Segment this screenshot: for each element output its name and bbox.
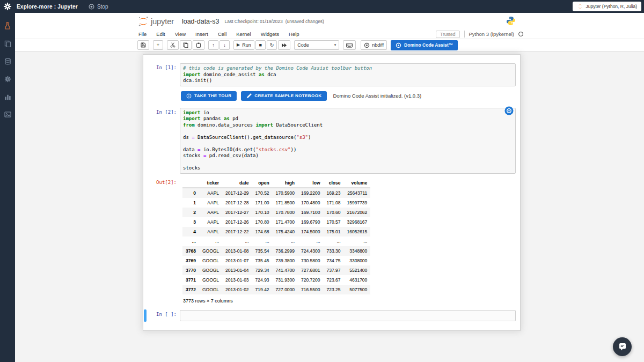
- take-the-tour-button[interactable]: TAKE THE TOUR: [181, 91, 237, 101]
- domino-logo-icon[interactable]: [3, 2, 12, 11]
- python-logo-icon: [506, 16, 516, 26]
- table-row: 3AAPL2017-12-26170.80171.4700169.6790170…: [182, 217, 370, 227]
- table-row: 3770GOOGL2013-01-04729.34741.4700727.680…: [182, 265, 370, 275]
- table-row: 4AAPL2017-12-22174.68175.4240174.5000175…: [182, 227, 370, 237]
- project-breadcrumb: Explore-more : Jupyter: [17, 4, 78, 10]
- domino-topbar: Explore-more : Jupyter Stop Jupyter (Pyt…: [0, 0, 644, 13]
- sample-label: CREATE SAMPLE NOTEBOOK: [254, 93, 321, 98]
- stop-label: Stop: [97, 4, 108, 10]
- table-row: 1AAPL2017-12-28171.00171.8500170.4800171…: [182, 198, 370, 208]
- stop-square-icon: ■: [259, 43, 261, 48]
- dca-ring-icon: [396, 42, 401, 48]
- domino-sidebar: [0, 13, 15, 362]
- command-palette-button[interactable]: [343, 40, 356, 50]
- sidebar-item-metrics[interactable]: [3, 92, 12, 101]
- table-row: 3772GOOGL2013-01-02719.42727.0000716.550…: [182, 285, 370, 294]
- pencil-icon: [246, 93, 252, 99]
- cut-cell-button[interactable]: [167, 40, 179, 50]
- checkpoint-status: Last Checkpoint: 01/19/2023: [224, 19, 282, 24]
- menu-edit[interactable]: Edit: [151, 31, 170, 37]
- output-prompt-spacer: [148, 91, 180, 101]
- jupyter-logo[interactable]: jupyter: [137, 16, 174, 27]
- cell-2-output: Out[2]: tickerdateopenhighlowclosevolume…: [148, 178, 516, 304]
- cell-type-value: Code: [297, 42, 309, 48]
- dataframe-output: tickerdateopenhighlowclosevolume0AAPL201…: [182, 178, 370, 304]
- cell-type-dropdown[interactable]: Code ▾: [294, 40, 339, 50]
- copy-files-icon: [4, 40, 11, 47]
- move-cell-down-button[interactable]: ↓: [219, 40, 230, 50]
- code-input-1[interactable]: # this code is generated by the Domino C…: [180, 63, 516, 86]
- arrow-down-icon: ↓: [223, 43, 226, 48]
- menu-view[interactable]: View: [170, 31, 191, 37]
- workspace-switcher-button[interactable]: Jupyter (Python, R, Julia): [573, 2, 641, 11]
- table-row: 0AAPL2017-12-29170.52170.5900169.2200169…: [182, 188, 370, 198]
- dca-assist-bubble[interactable]: [504, 106, 514, 115]
- sidebar-item-data[interactable]: [3, 56, 12, 66]
- unsaved-changes-status: (unsaved changes): [286, 19, 324, 24]
- code-line: from domino.data_sources import DataSour…: [183, 122, 513, 129]
- add-cell-button[interactable]: +: [153, 40, 163, 50]
- code-cell-1: In [1]: # this code is generated by the …: [148, 63, 516, 86]
- plus-icon: +: [157, 43, 159, 48]
- code-line: [183, 128, 513, 135]
- kernel-name-label: Python 3 (ipykernel): [469, 31, 514, 37]
- save-button[interactable]: [137, 40, 149, 50]
- kernel-idle-indicator-icon: [518, 32, 523, 36]
- help-chat-button[interactable]: [613, 337, 632, 356]
- restart-icon: ↻: [270, 43, 274, 48]
- chat-bubble-icon: [618, 343, 627, 351]
- nbdiff-button[interactable]: nbdiff: [361, 40, 387, 50]
- play-icon: ▶: [237, 43, 240, 47]
- floppy-icon: [141, 42, 146, 48]
- sidebar-item-files[interactable]: [3, 39, 12, 48]
- arrow-up-icon: ↑: [212, 43, 215, 48]
- paste-cell-button[interactable]: [193, 40, 204, 50]
- sidebar-item-workspaces[interactable]: [3, 21, 12, 31]
- table-row: ........................: [182, 237, 370, 246]
- database-icon: [4, 58, 11, 65]
- restart-kernel-button[interactable]: ↻: [267, 40, 277, 50]
- cell-1-output: TAKE THE TOUR CREATE SAMPLE NOTEBOOK Dom…: [148, 91, 516, 101]
- notebook-title[interactable]: load-data-s3: [182, 18, 219, 25]
- info-icon: [186, 93, 192, 99]
- nbdiff-icon: [364, 42, 370, 48]
- menu-kernel[interactable]: Kernel: [231, 31, 255, 37]
- menu-insert[interactable]: Insert: [191, 31, 213, 37]
- interrupt-kernel-button[interactable]: ■: [255, 40, 266, 50]
- stop-workspace-button[interactable]: Stop: [89, 4, 108, 10]
- dca-output-row: TAKE THE TOUR CREATE SAMPLE NOTEBOOK Dom…: [180, 91, 421, 101]
- sidebar-item-assets[interactable]: [3, 109, 12, 119]
- copy-cell-button[interactable]: [180, 40, 192, 50]
- fast-forward-icon: [281, 43, 287, 48]
- tour-label: TAKE THE TOUR: [194, 93, 231, 98]
- code-line: import io: [183, 110, 513, 116]
- dca-label: Domino Code Assist™: [404, 42, 453, 48]
- notebook-scroll-area[interactable]: In [1]: # this code is generated by the …: [15, 51, 644, 362]
- chevron-down-icon: ▾: [334, 43, 336, 47]
- domino-code-assist-button[interactable]: Domino Code Assist™: [391, 40, 458, 50]
- code-line: ds = DataSourceClient().get_datasource("…: [183, 135, 513, 141]
- menu-widgets[interactable]: Widgets: [256, 31, 284, 37]
- run-button[interactable]: ▶ Run: [233, 40, 254, 50]
- table-row: 3769GOOGL2013-01-07735.45739.3800730.580…: [182, 256, 370, 265]
- image-icon: [4, 111, 11, 118]
- clipboard-icon: [196, 42, 201, 48]
- menu-help[interactable]: Help: [284, 31, 304, 37]
- restart-run-all-button[interactable]: [278, 40, 290, 50]
- menu-cell[interactable]: Cell: [213, 31, 231, 37]
- jupyter-logo-text: jupyter: [151, 17, 174, 26]
- trusted-badge[interactable]: Trusted: [436, 31, 460, 38]
- menu-file[interactable]: File: [134, 31, 151, 37]
- input-prompt: In [1]:: [148, 63, 180, 86]
- create-sample-notebook-button[interactable]: CREATE SAMPLE NOTEBOOK: [241, 91, 327, 101]
- keyboard-icon: [346, 43, 353, 48]
- code-line: stocks = pd.read_csv(data): [183, 153, 513, 159]
- code-line: data = io.BytesIO(ds.get("stocks.csv")): [183, 147, 513, 153]
- move-cell-up-button[interactable]: ↑: [208, 40, 218, 50]
- code-input-2[interactable]: import ioimport pandas as pdfrom domino.…: [180, 108, 516, 174]
- code-line: [183, 159, 513, 166]
- empty-code-input[interactable]: [180, 310, 516, 321]
- table-header-row: tickerdateopenhighlowclosevolume: [182, 178, 370, 188]
- sidebar-item-settings[interactable]: [3, 74, 12, 84]
- jupyter-app: jupyter load-data-s3 Last Checkpoint: 01…: [15, 13, 644, 362]
